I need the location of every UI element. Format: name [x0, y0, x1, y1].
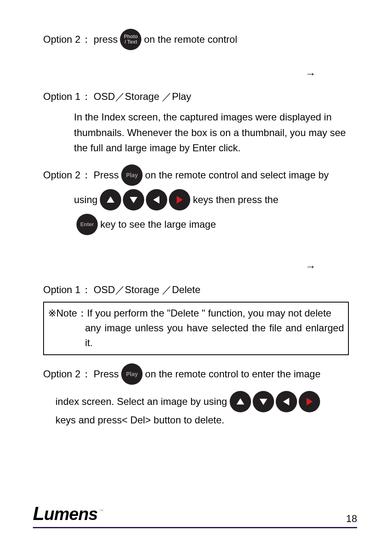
play-option2-line1: Option 2 ： Press Play on the remote cont…: [43, 164, 349, 186]
colon: ：: [81, 32, 91, 47]
arrow-right-icon: [299, 391, 320, 412]
arrow-right-icon: →: [305, 260, 316, 273]
note-line2: any image unless you have selected the f…: [48, 321, 344, 350]
after-text: on the remote control: [144, 32, 237, 47]
colon: ：: [81, 167, 91, 183]
arrow-down-icon: [253, 391, 274, 412]
arrow-keys-group: [99, 189, 191, 210]
page-content: Option 2 ： press Photo/ Text on the remo…: [0, 0, 392, 428]
delete-option2-line2: index screen. Select an image by using: [43, 391, 349, 412]
delete-option2-line3: keys and press< Del> button to delete.: [43, 412, 349, 428]
play-paragraph: In the Index screen, the captured images…: [43, 109, 349, 155]
arrow-down-icon: [123, 189, 144, 210]
note-box: ※Note：If you perform the "Delete " funct…: [43, 302, 349, 355]
arrow-left-icon: [276, 391, 297, 412]
enter-icon: Enter: [76, 214, 98, 235]
arrow-up-icon: [230, 391, 251, 412]
option2-label: Option 2: [43, 167, 81, 183]
option2-label: Option 2: [43, 366, 81, 382]
osd-path-delete: OSD／Storage ／Delete: [94, 282, 201, 298]
play-option1-line: Option 1 ： OSD／Storage ／Play: [43, 89, 349, 104]
arrow-left-icon: [146, 189, 167, 210]
play-icon: Play: [121, 363, 143, 385]
press-word: press: [94, 32, 118, 47]
note-colon: ：: [77, 307, 87, 319]
delete-option2-line1: Option 2 ： Press Play on the remote cont…: [43, 363, 349, 385]
keys-then-text: keys then press the: [193, 192, 278, 208]
osd-path: OSD／Storage ／Play: [94, 89, 191, 104]
logo-rest: umens: [44, 504, 97, 524]
lumens-logo: L umens ™: [33, 502, 104, 525]
option1-label: Option 1: [43, 89, 81, 104]
play-option2-line3: Enter key to see the large image: [43, 214, 349, 235]
index-select-text: index screen. Select an image by using: [55, 394, 227, 409]
colon: ：: [81, 89, 91, 104]
top-option2-line: Option 2 ： press Photo/ Text on the remo…: [43, 29, 349, 50]
option2-label: Option 2: [43, 32, 81, 47]
press-word: Press: [94, 366, 119, 382]
note-prefix: ※Note: [48, 307, 77, 319]
key-tosee-text: key to see the large image: [100, 217, 216, 232]
play-option2-line2: using keys then press the: [43, 189, 349, 210]
keys-del-text: keys and press< Del> button to delete.: [55, 412, 224, 428]
heading-delete: →: [43, 259, 349, 275]
arrow-right-icon: [169, 189, 190, 210]
page-footer: L umens ™ 18: [33, 502, 357, 528]
press-word: Press: [94, 167, 119, 183]
photo-text-icon: Photo/ Text: [120, 29, 141, 50]
logo-letter-l: L: [33, 502, 44, 525]
arrow-keys-group-2: [229, 391, 321, 412]
trademark-icon: ™: [99, 508, 104, 514]
colon: ：: [81, 282, 91, 298]
arrow-up-icon: [100, 189, 121, 210]
after-play-text: on the remote control and select image b…: [145, 167, 329, 183]
note-line1: If you perform the "Delete " function, y…: [87, 307, 332, 319]
delete-option1-line: Option 1 ： OSD／Storage ／Delete: [43, 282, 349, 298]
page-number: 18: [346, 513, 357, 525]
using-word: using: [74, 192, 97, 208]
colon: ：: [81, 366, 91, 382]
arrow-right-icon: →: [305, 67, 316, 80]
after-play-text: on the remote control to enter the image: [145, 366, 321, 382]
option1-label: Option 1: [43, 282, 81, 298]
heading-browse: →: [43, 66, 349, 81]
play-icon: Play: [121, 164, 143, 186]
